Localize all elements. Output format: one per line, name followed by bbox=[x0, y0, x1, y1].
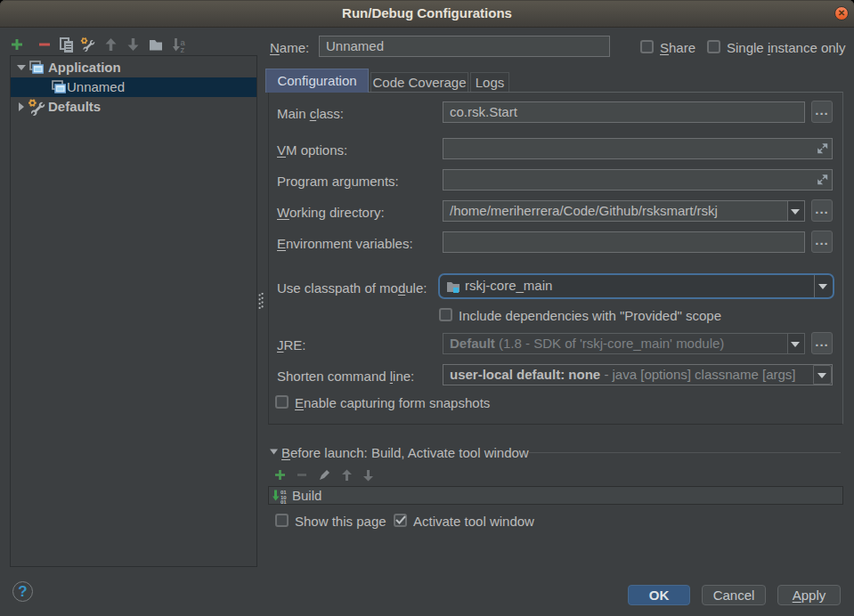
svg-text:z: z bbox=[181, 45, 185, 53]
svg-text:01: 01 bbox=[281, 499, 287, 504]
